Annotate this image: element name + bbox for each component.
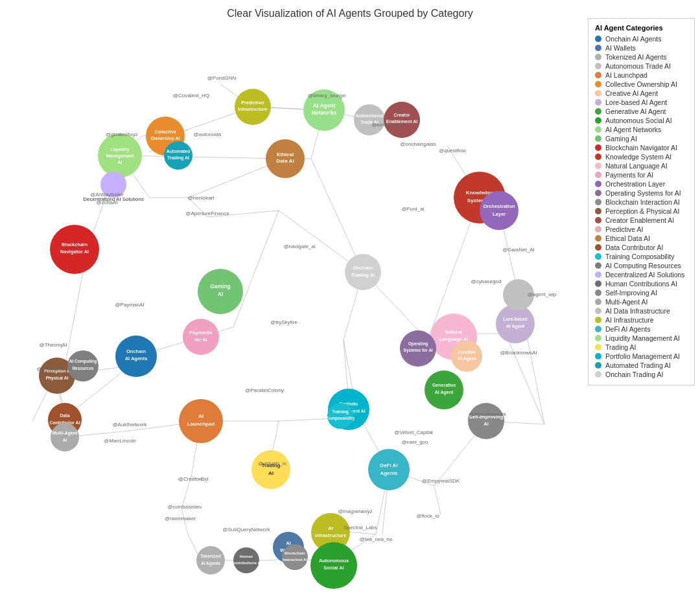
legend-dot	[595, 290, 601, 296]
legend-item: Predictive AI	[595, 225, 688, 233]
legend-label: Payments for AI	[605, 171, 653, 179]
legend-label: Liquidity Management AI	[605, 334, 680, 342]
legend-item: Portfolio Management AI	[595, 352, 688, 360]
legend-item: Blockchain Interaction AI	[595, 198, 688, 206]
node-allora[interactable]	[468, 403, 504, 439]
node-ai-data-infra[interactable]	[503, 279, 534, 310]
legend-dot	[595, 126, 601, 133]
legend-label: AI Launchpad	[605, 71, 648, 79]
legend-item: Autonomous Social AI	[595, 117, 688, 124]
legend-dot	[595, 208, 601, 214]
node-trading-ai[interactable]	[251, 450, 290, 489]
node-computing[interactable]	[67, 350, 99, 382]
handle-velvet: @Velvet_Capital	[394, 429, 432, 435]
legend-label: Onchain Trading AI	[605, 371, 663, 378]
node-payments[interactable]	[183, 319, 219, 355]
legend-label: AI Data Infrastructure	[605, 307, 670, 315]
legend-dot	[595, 54, 601, 60]
node-gaming-ai[interactable]	[198, 269, 243, 314]
legend-label: Human Contributions AI	[605, 280, 677, 288]
node-ethical-data[interactable]	[266, 139, 305, 178]
node-onchain-ai-agents[interactable]	[115, 336, 157, 377]
node-ai-launchpad[interactable]	[179, 399, 223, 443]
legend-item: AI Computing Resources	[595, 262, 688, 269]
legend-label: Orchestration Layer	[605, 180, 665, 188]
legend-label: Generative AI Agent	[605, 108, 666, 115]
legend-item: Blockchain Navigator AI	[595, 144, 688, 152]
node-os-ai[interactable]	[400, 330, 436, 367]
legend-item: Collective Ownership AI	[595, 80, 688, 88]
legend-label: Training Composability	[605, 253, 674, 260]
legend-item: Decentralized AI Solutions	[595, 271, 688, 279]
legend-dot	[595, 163, 601, 169]
legend-label: Multi-Agent AI	[605, 298, 648, 306]
legend-item: Gaming AI	[595, 135, 688, 143]
node-autonomous-trade-ai[interactable]	[354, 104, 385, 135]
legend-label: Ethical Data AI	[605, 234, 650, 242]
handle-rainnmaker: @rainnmaker	[165, 516, 196, 521]
legend-label: Autonomous Social AI	[605, 117, 672, 124]
legend-dot	[595, 308, 601, 314]
node-lore[interactable]	[496, 304, 535, 343]
node-blockchain-navigator[interactable]	[50, 225, 99, 274]
legend-item: Autonomous Trade AI	[595, 62, 688, 70]
legend-label: Self-Improving AI	[605, 289, 657, 297]
handle-cybasegod: @cybasegod	[471, 279, 502, 284]
node-defi[interactable]	[368, 449, 410, 490]
legend-item: Natural Language AI	[595, 162, 688, 170]
handle-empyreal: @EmpyrealSDK	[422, 478, 460, 484]
legend-dot	[595, 72, 601, 78]
node-generative[interactable]	[425, 371, 463, 409]
node-creator[interactable]	[384, 102, 420, 138]
legend-item: Data Contributor AI	[595, 244, 688, 251]
legend-dot	[595, 45, 601, 51]
node-automated-trading[interactable]	[164, 141, 192, 170]
legend-label: Automated Trading AI	[605, 361, 671, 369]
network-svg: AI Agent Networks Autonomous Trade AI Pr…	[0, 16, 583, 599]
legend-label: Autonomous Trade AI	[605, 62, 671, 70]
svg-line-38	[181, 508, 188, 534]
handle-onchaingaias: @onchaingaias	[400, 141, 436, 147]
node-liquidity-management[interactable]	[98, 133, 142, 177]
legend-label: Creative AI Agent	[605, 89, 658, 97]
legend-label: Predictive AI	[605, 225, 643, 233]
legend-dot	[595, 335, 601, 341]
legend-item: Training Composability	[595, 253, 688, 260]
handle-magnetai: @magnetaixyz	[338, 508, 372, 514]
legend-item: Ethical Data AI	[595, 234, 688, 242]
legend-item: Perception & Physical AI	[595, 207, 688, 215]
node-creative-ai[interactable]	[451, 341, 482, 372]
node-infrastructure[interactable]	[235, 89, 271, 125]
legend-dot	[595, 262, 601, 269]
node-blockchain-interaction[interactable]	[282, 544, 308, 570]
node-multi-agent[interactable]	[51, 423, 79, 451]
node-onchain-trading[interactable]	[345, 254, 381, 290]
node-training[interactable]	[327, 403, 353, 429]
node-autonomous-social[interactable]	[310, 542, 357, 589]
handle-marrlincoln: @MarrLincoln	[104, 438, 136, 444]
legend-label: Gaming AI	[605, 135, 637, 143]
node-tokenized[interactable]	[196, 546, 225, 575]
legend-item: AI Wallets	[595, 44, 688, 52]
legend-label: AI Computing Resources	[605, 262, 681, 269]
network-area: AI Agent Networks Autonomous Trade AI Pr…	[0, 16, 583, 599]
legend-item: Human Contributions AI	[595, 280, 688, 288]
node-human-contrib[interactable]	[233, 547, 259, 573]
legend-label: Tokenized AI Agents	[605, 53, 667, 61]
legend-dot	[595, 199, 601, 205]
handle-questflow: @questflow	[439, 148, 466, 154]
handle-navigate: @navigate_ai	[283, 244, 315, 249]
svg-line-16	[188, 198, 207, 217]
node-ai-agent-networks[interactable]	[303, 89, 345, 131]
node-orchestration[interactable]	[480, 191, 519, 230]
legend-items: Onchain AI AgentsAI WalletsTokenized AI …	[595, 35, 688, 378]
legend-item: DeFi AI Agents	[595, 325, 688, 333]
legend-dot	[595, 253, 601, 260]
legend-title: AI Agent Categories	[595, 24, 688, 32]
legend-label: DeFi AI Agents	[605, 325, 650, 333]
legend: AI Agent Categories Onchain AI AgentsAI …	[588, 18, 695, 385]
legend-item: Orchestration Layer	[595, 180, 688, 188]
node-decentralized[interactable]	[100, 172, 126, 198]
legend-label: Creator Enablement AI	[605, 216, 674, 224]
legend-label: Perception & Physical AI	[605, 207, 679, 215]
